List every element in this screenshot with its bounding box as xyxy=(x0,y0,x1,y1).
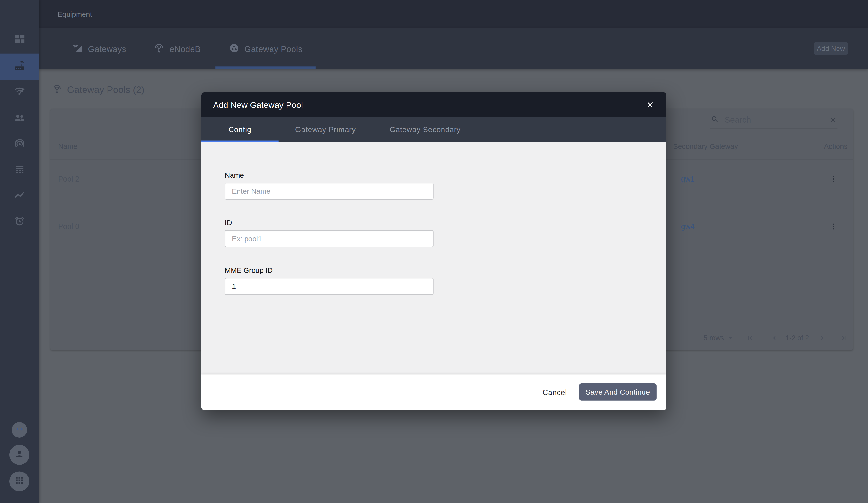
mme-group-id-input[interactable] xyxy=(225,277,434,295)
screen: Equipment xyxy=(0,0,868,503)
modal-tab-config[interactable]: Config xyxy=(202,117,279,142)
modal-body: Name ID MME Group ID xyxy=(202,142,666,375)
id-input[interactable] xyxy=(225,230,434,248)
id-field-label: ID xyxy=(225,219,232,227)
name-input[interactable] xyxy=(225,182,434,200)
add-gateway-pool-modal: Add New Gateway Pool Config Gateway Prim… xyxy=(202,93,666,410)
name-field-label: Name xyxy=(225,171,244,179)
modal-active-tab-underline xyxy=(202,140,279,142)
modal-title: Add New Gateway Pool xyxy=(213,100,303,109)
modal-tabbar: Config Gateway Primary Gateway Secondary xyxy=(202,117,666,142)
modal-tab-gateway-primary[interactable]: Gateway Primary xyxy=(279,117,373,142)
save-and-continue-button[interactable]: Save And Continue xyxy=(579,384,657,401)
modal-footer: Cancel Save And Continue xyxy=(202,375,666,410)
mme-group-id-field-label: MME Group ID xyxy=(225,266,273,274)
modal-header: Add New Gateway Pool xyxy=(202,93,666,117)
close-icon[interactable] xyxy=(642,96,659,114)
modal-tab-gateway-secondary[interactable]: Gateway Secondary xyxy=(372,117,478,142)
cancel-button[interactable]: Cancel xyxy=(538,384,571,401)
